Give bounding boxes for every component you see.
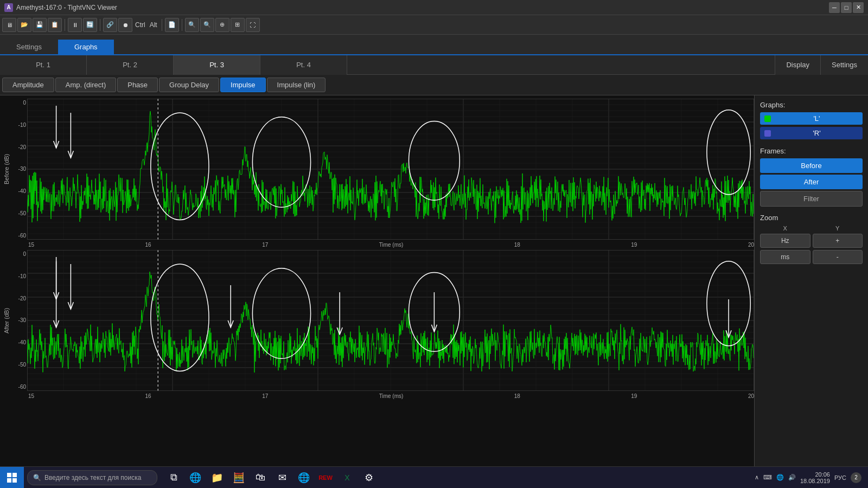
after-chart-wrapper: After (dB) 0 -10 -20 -30 -40 -50 -60 [0,250,754,391]
title-bar-left: A Amethyst-167:0 - TightVNC Viewer [4,3,117,12]
taskbar-multitasking-icon[interactable]: ⧉ [164,468,183,487]
main-nav: Settings Graphs [0,35,868,55]
point-tab-4[interactable]: Pt. 4 [260,55,347,75]
taskbar-edge-icon[interactable]: 🌐 [186,468,205,487]
zoom-out-button[interactable]: 🔍 [200,18,214,32]
content-area: Before (dB) 0 -10 -20 -30 -40 -50 -60 15… [0,95,868,466]
save-button[interactable]: 💾 [33,18,47,32]
meas-tab-amplitude[interactable]: Amplitude [2,78,54,92]
after-button[interactable]: After [760,175,863,189]
ax-tick-20: 20 [748,393,754,399]
after-y-tick-40: -40 [12,339,26,345]
meas-tab-group-delay[interactable]: Group Delay [159,78,219,92]
ax-tick-17: 17 [262,393,268,399]
taskbar-calc-icon[interactable]: 🧮 [229,468,248,487]
taskbar-network-icon: 🌐 [776,474,784,481]
meas-tab-impulse-lin[interactable]: Impulse (lin) [267,78,326,92]
meas-tab-phase[interactable]: Phase [117,78,158,92]
toolbar-sep-3 [162,19,162,31]
refresh-button[interactable]: 🔄 [83,18,97,32]
frames-section: Frames: Before After Filter [760,147,863,208]
fullscreen-button[interactable]: ⛶ [246,18,260,32]
graphs-section-label: Graphs: [760,101,863,109]
x-tick-16: 16 [145,242,151,248]
after-x-axis: 15 16 17 Time (ms) 18 19 20 [0,392,754,400]
point-tab-2[interactable]: Pt. 2 [87,55,174,75]
close-button[interactable]: ✕ [853,2,864,13]
right-panel: Graphs: 'L' 'R' Frames: Before After Fil… [754,95,868,466]
nav-tab-4[interactable] [212,48,266,55]
legend-L[interactable]: 'L' [760,112,863,125]
y-tick-20: -20 [12,144,26,150]
ax-tick-16: 16 [145,393,151,399]
point-tab-1[interactable]: Pt. 1 [0,55,87,75]
taskbar-browser-icon[interactable]: 🌐 [294,468,314,487]
taskbar-keyboard-icon: ⌨ [763,474,772,481]
meas-tab-impulse[interactable]: Impulse [220,78,266,92]
taskbar-chevron-up[interactable]: ∧ [755,474,759,481]
point-tab-3[interactable]: Pt. 3 [174,55,260,75]
before-y-ticks: 0 -10 -20 -30 -40 -50 -60 [12,99,27,240]
taskbar-rew-icon[interactable]: REW [316,468,335,487]
point-tabs: Pt. 1 Pt. 2 Pt. 3 Pt. 4 Display Settings [0,55,868,75]
graph-area: Before (dB) 0 -10 -20 -30 -40 -50 -60 15… [0,95,754,466]
nav-tab-settings[interactable]: Settings [0,40,58,55]
taskbar-lang: РУС [834,474,846,481]
filter-button[interactable]: Filter [760,191,863,207]
toolbar: 🖥 📂 💾 📋 ⏸ 🔄 🔗 ⏺ Ctrl Alt 📄 🔍 🔍 ⊕ ⊞ ⛶ [0,15,868,35]
taskbar-search-box[interactable]: 🔍 Введите здесь текст для поиска [27,470,157,485]
connect-button[interactable]: 🔗 [103,18,117,32]
taskbar-right: ∧ ⌨ 🌐 🔊 20:06 18.08.2019 РУС 2 [748,471,868,484]
legend-L-label: 'L' [775,114,858,123]
zoom-hz-button[interactable]: Hz [760,234,810,248]
nav-tab-3[interactable] [114,48,212,55]
after-y-axis-label: After (dB) [0,250,12,391]
new-button[interactable]: 🖥 [2,18,16,32]
app-icon: A [4,3,13,12]
taskbar-excel-icon[interactable]: X [337,468,357,487]
before-x-ticks: 15 16 17 Time (ms) 18 19 20 [28,241,754,249]
nav-tab-graphs[interactable]: Graphs [58,40,114,55]
taskbar-volume-icon: 🔊 [788,474,796,481]
meas-tab-amp-direct[interactable]: Amp. (direct) [55,78,116,92]
frames-section-label: Frames: [760,147,863,155]
notification-badge[interactable]: 2 [851,472,861,483]
title-bar: A Amethyst-167:0 - TightVNC Viewer ─ □ ✕ [0,0,868,15]
toolbar-sep-4 [182,19,182,31]
after-y-tick-20: -20 [12,296,26,301]
saveas-button[interactable]: 📋 [48,18,62,32]
zoom-full-button[interactable]: ⊞ [231,18,245,32]
x-tick-17: 17 [262,242,268,248]
maximize-button[interactable]: □ [841,2,852,13]
after-y-ticks: 0 -10 -20 -30 -40 -50 -60 [12,250,27,391]
taskbar-mail-icon[interactable]: ✉ [272,468,292,487]
zoom-in-button[interactable]: 🔍 [185,18,199,32]
before-button[interactable]: Before [760,158,863,173]
taskbar-apps: ⧉ 🌐 📁 🧮 🛍 ✉ 🌐 REW X ⚙ [164,468,379,487]
svg-rect-2 [7,478,11,483]
zoom-minus-button[interactable]: - [813,250,863,264]
ax-tick-18: 18 [514,393,520,399]
minimize-button[interactable]: ─ [829,2,840,13]
pause-button[interactable]: ⏸ [68,18,82,32]
start-button[interactable] [0,467,24,489]
zoom-plus-button[interactable]: + [813,234,863,248]
display-tab[interactable]: Display [775,55,820,75]
taskbar-settings-icon[interactable]: ⚙ [359,468,379,487]
record-button[interactable]: ⏺ [118,18,132,32]
search-icon: 🔍 [33,474,41,481]
meas-tabs: Amplitude Amp. (direct) Phase Group Dela… [0,75,868,95]
settings-tab[interactable]: Settings [820,55,868,75]
taskbar-explorer-icon[interactable]: 📁 [207,468,227,487]
legend-L-dot [764,115,771,122]
taskbar-store-icon[interactable]: 🛍 [251,468,270,487]
right-tabs: Display Settings [775,55,868,75]
legend-R-dot [764,130,771,137]
zoom-ms-button[interactable]: ms [760,250,810,264]
legend-R[interactable]: 'R' [760,127,863,139]
open-button[interactable]: 📂 [17,18,31,32]
zoom-fit-button[interactable]: ⊕ [215,18,229,32]
toolbar-sep-1 [65,19,65,31]
x-tick-17-label: Time (ms) [379,242,404,248]
copy-button[interactable]: 📄 [165,18,179,32]
